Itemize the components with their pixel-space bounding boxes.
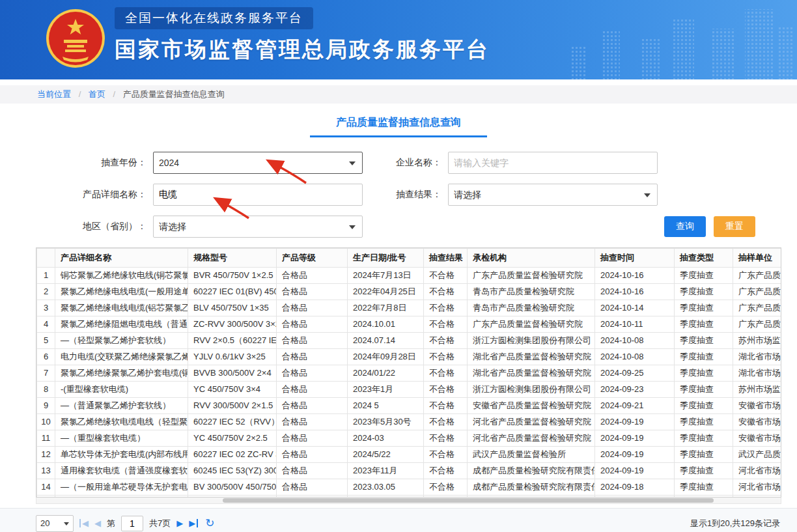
- cell-unit: 河北省市场监督管理局: [733, 463, 782, 479]
- table-row[interactable]: 7聚氯乙烯绝缘聚氯乙烯护套电缆(铜芯BVVB 300/500V 2×4合格品20…: [37, 365, 782, 382]
- cell-agency: 河北省产品质量监督检验研究院: [468, 430, 595, 447]
- table-row[interactable]: 8-(重型橡套软电缆)YC 450/750V 3×4合格品2023年1月不合格浙…: [37, 382, 782, 398]
- table-row[interactable]: 12单芯软导体无护套电缆(内部布线用导60227 IEC 02 ZC-RV 3(…: [37, 447, 782, 463]
- cell-result: 不合格: [424, 479, 468, 496]
- cell-name: 聚氯乙烯绝缘电线电缆(一般用途单芯: [55, 284, 188, 300]
- cell-unit: 安徽省市场监督管理局: [733, 414, 782, 430]
- scrollbar-thumb[interactable]: [223, 498, 714, 503]
- reset-button[interactable]: 重置: [714, 216, 755, 237]
- year-label: 抽查年份：: [36, 157, 153, 169]
- page-number-input[interactable]: [121, 516, 143, 531]
- table-row[interactable]: 2聚氯乙烯绝缘电线电缆(一般用途单芯60227 IEC 01(BV) 450/合…: [37, 284, 782, 300]
- breadcrumb-separator: /: [79, 89, 81, 99]
- cell-no: 5: [37, 333, 55, 349]
- cell-agency: 青岛市产品质量检验研究院: [468, 284, 595, 300]
- cell-agency: 安徽省产品质量监督检验研究院: [468, 398, 595, 414]
- cell-spec: BLV 450/750V 1×35: [188, 300, 277, 316]
- cell-type: 季度抽查: [675, 333, 733, 349]
- cell-grade: 合格品: [277, 349, 348, 365]
- cell-date: 2023年11月: [348, 463, 424, 479]
- cell-grade: 合格品: [277, 463, 348, 479]
- cell-no: 1: [37, 268, 55, 284]
- tab-product-quality-query[interactable]: 产品质量监督抽查信息查询: [310, 112, 487, 137]
- year-select[interactable]: 2024: [153, 152, 363, 174]
- result-label: 抽查结果：: [363, 189, 448, 201]
- cell-agency: 武汉产品质量监督检验所: [468, 447, 595, 463]
- cell-type: 季度抽查: [675, 463, 733, 479]
- region-select[interactable]: 请选择: [153, 216, 363, 238]
- cell-agency: 湖北省产品质量监督检验研究院: [468, 365, 595, 382]
- cell-spec: ZC-RVV 300/500V 3×2: [188, 316, 277, 333]
- cell-name: -(重型橡套软电缆): [55, 382, 188, 398]
- cell-grade: 合格品: [277, 382, 348, 398]
- column-header: 抽样单位: [733, 249, 782, 268]
- cell-grade: 合格品: [277, 430, 348, 447]
- cell-agency: 成都产品质量检验研究院有限责任公司: [468, 463, 595, 479]
- last-page-icon[interactable]: ▶: [189, 519, 198, 527]
- table-row[interactable]: 9—（普通聚氯乙烯护套软线）RVV 300/500V 2×1.5（合格品2024…: [37, 398, 782, 414]
- cell-type: 季度抽查: [675, 365, 733, 382]
- prev-page-icon[interactable]: ◀: [94, 519, 101, 527]
- cell-time: 2024-10-16: [595, 268, 675, 284]
- table-row[interactable]: 5—（轻型聚氯乙烯护套软线）RVV 2×0.5（60227 IEC合格品2024…: [37, 333, 782, 349]
- cell-spec: RVV 2×0.5（60227 IEC: [188, 333, 277, 349]
- cell-name: 铜芯聚氯乙烯绝缘软电线(铜芯聚氯乙: [55, 268, 188, 284]
- table-row[interactable]: 10聚氯乙烯绝缘软电缆电线（轻型聚氯乙60227 IEC 52（RVV）合格品2…: [37, 414, 782, 430]
- cell-unit: 苏州市场监督管理局: [733, 333, 782, 349]
- results-table: 产品详细名称规格型号产品等级生产日期/批号抽查结果承检机构抽查时间抽查类型抽样单…: [36, 248, 781, 497]
- header-banner: 全国一体化在线政务服务平台 国家市场监督管理总局政务服务平台: [0, 0, 797, 79]
- record-count-summary: 显示1到20,共129条记录: [690, 518, 780, 529]
- cell-time: 2024-10-14: [595, 300, 675, 316]
- results-table-container: 产品详细名称规格型号产品等级生产日期/批号抽查结果承检机构抽查时间抽查类型抽样单…: [36, 247, 781, 497]
- cell-date: 2024年09月28日: [348, 349, 424, 365]
- cell-name: 聚氯乙烯绝缘软电缆电线（轻型聚氯乙: [55, 414, 188, 430]
- cell-grade: 合格品: [277, 284, 348, 300]
- product-name-label: 产品详细名称：: [36, 189, 153, 201]
- cell-result: 不合格: [424, 365, 468, 382]
- cell-spec: YJLV 0.6/1kV 3×25: [188, 349, 277, 365]
- table-row[interactable]: 14—（一般用途单芯硬导体无护套电缆）BV 300/500V 450/750V合…: [37, 479, 782, 496]
- first-page-icon[interactable]: ◀: [79, 519, 89, 527]
- query-button[interactable]: 查询: [664, 216, 706, 237]
- cell-spec: YC 450/750V 3×4: [188, 382, 277, 398]
- table-row[interactable]: 4聚氯乙烯绝缘阻燃电缆电线（普通聚氯ZC-RVV 300/500V 3×2合格品…: [37, 316, 782, 333]
- cell-no: 8: [37, 382, 55, 398]
- cell-no: 13: [37, 463, 55, 479]
- result-select[interactable]: 请选择: [448, 184, 658, 206]
- table-row[interactable]: 6电力电缆(交联聚乙烯绝缘聚氯乙烯护YJLV 0.6/1kV 3×25合格品20…: [37, 349, 782, 365]
- refresh-icon[interactable]: ↻: [205, 518, 214, 529]
- table-row[interactable]: 13通用橡套软电缆（普通强度橡套软线）60245 IEC 53(YZ) 300/…: [37, 463, 782, 479]
- breadcrumb-location[interactable]: 当前位置: [37, 89, 71, 99]
- horizontal-scrollbar[interactable]: [36, 497, 781, 504]
- cell-spec: 60227 IEC 52（RVV）: [188, 414, 277, 430]
- cell-time: 2024-09-19: [595, 447, 675, 463]
- cell-grade: 合格品: [277, 479, 348, 496]
- table-row[interactable]: 11—（重型橡套软电缆）YC 450/750V 2×2.5合格品2024-03不…: [37, 430, 782, 447]
- cell-unit: 湖北省市场监督管理局: [733, 365, 782, 382]
- cell-grade: 合格品: [277, 365, 348, 382]
- cell-result: 不合格: [424, 268, 468, 284]
- company-input[interactable]: [448, 152, 658, 174]
- cell-name: —（重型橡套软电缆）: [55, 430, 188, 447]
- cell-date: 2022年04月25日: [348, 284, 424, 300]
- cell-agency: 成都产品质量检验研究院有限责任公司: [468, 479, 595, 496]
- table-row[interactable]: 3聚氯乙烯绝缘电线电缆(铝芯聚氯乙烯BLV 450/750V 1×35合格品20…: [37, 300, 782, 316]
- table-row[interactable]: 1铜芯聚氯乙烯绝缘软电线(铜芯聚氯乙BVR 450/750V 1×2.5合格品2…: [37, 268, 782, 284]
- cell-grade: 合格品: [277, 447, 348, 463]
- column-header: 抽查类型: [675, 249, 733, 268]
- cell-name: 单芯软导体无护套电缆(内部布线用导: [55, 447, 188, 463]
- cell-agency: 浙江方圆检测集团股份有限公司: [468, 382, 595, 398]
- breadcrumb-home-link[interactable]: 首页: [89, 89, 105, 99]
- cell-no: 6: [37, 349, 55, 365]
- product-name-input[interactable]: [153, 184, 363, 206]
- cell-name: 聚氯乙烯绝缘聚氯乙烯护套电缆(铜芯: [55, 365, 188, 382]
- cell-type: 季度抽查: [675, 430, 733, 447]
- cell-type: 季度抽查: [675, 479, 733, 496]
- table-header-row: 产品详细名称规格型号产品等级生产日期/批号抽查结果承检机构抽查时间抽查类型抽样单…: [37, 249, 782, 268]
- column-header: [37, 249, 55, 268]
- cell-type: 季度抽查: [675, 284, 733, 300]
- column-header: 产品详细名称: [55, 249, 188, 268]
- next-page-icon[interactable]: ▶: [176, 519, 183, 527]
- page-size-select[interactable]: 20: [36, 515, 74, 532]
- cell-unit: 安徽省市场监督管理局: [733, 398, 782, 414]
